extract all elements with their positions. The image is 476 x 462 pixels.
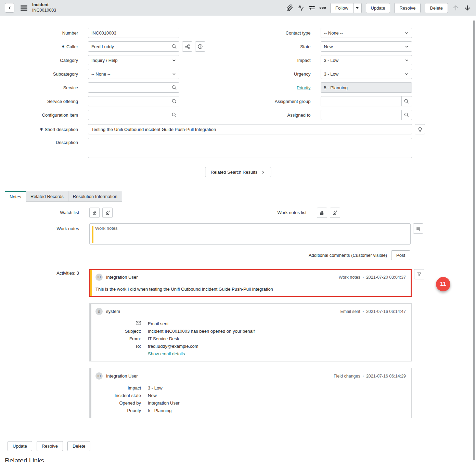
more-options-icon[interactable] bbox=[319, 4, 326, 11]
vertical-scrollbar[interactable] bbox=[473, 21, 475, 460]
avatar: IU bbox=[95, 372, 103, 380]
assignment-group-field-group bbox=[321, 96, 412, 106]
lightbulb-icon bbox=[417, 127, 423, 132]
page-title: Incident bbox=[32, 2, 56, 8]
assignment-group-lookup-button[interactable] bbox=[401, 96, 412, 106]
contact-type-label: Contact type bbox=[238, 30, 311, 36]
chevron-down-icon bbox=[172, 72, 176, 76]
tab-strip: Notes Related Records Resolution Informa… bbox=[5, 191, 471, 202]
service-offering-lookup-button[interactable] bbox=[169, 96, 179, 106]
activity-user: Integration User bbox=[106, 373, 138, 379]
update-button[interactable]: Update bbox=[366, 3, 390, 13]
work-notes-list-add-me-button[interactable] bbox=[330, 208, 340, 218]
service-field[interactable] bbox=[88, 83, 169, 92]
activity-stream-icon[interactable] bbox=[297, 4, 304, 11]
number-field[interactable] bbox=[88, 28, 179, 38]
follow-button[interactable]: Follow bbox=[330, 3, 353, 13]
avatar: IU bbox=[95, 274, 103, 281]
toggle-activity-stream-button[interactable] bbox=[413, 223, 423, 234]
chevron-left-icon bbox=[7, 5, 12, 10]
field-change-value: 3 - Low bbox=[148, 385, 163, 391]
post-button[interactable]: Post bbox=[391, 250, 410, 260]
assigned-to-field[interactable] bbox=[321, 110, 401, 120]
update-button-bottom[interactable]: Update bbox=[8, 441, 32, 451]
activity-user: system bbox=[106, 309, 120, 314]
personalize-form-icon[interactable] bbox=[308, 4, 315, 11]
show-email-details-link[interactable]: Show email details bbox=[148, 351, 185, 356]
subcategory-label: Subcategory bbox=[0, 71, 78, 77]
chevron-down-icon bbox=[172, 58, 176, 63]
meta-separator: • bbox=[363, 374, 364, 378]
info-icon bbox=[197, 44, 203, 49]
previous-record-icon[interactable] bbox=[452, 4, 460, 12]
service-field-group bbox=[88, 82, 179, 93]
short-description-field[interactable] bbox=[88, 124, 412, 134]
meta-separator: • bbox=[363, 310, 364, 313]
priority-field: 5 - Planning bbox=[321, 82, 412, 93]
lock-icon bbox=[92, 210, 97, 215]
resolve-button[interactable]: Resolve bbox=[394, 3, 421, 13]
caller-lookup-button[interactable] bbox=[169, 42, 179, 51]
email-from-label: From: bbox=[95, 336, 141, 341]
assigned-to-lookup-button[interactable] bbox=[401, 110, 412, 120]
follow-dropdown-button[interactable] bbox=[353, 3, 362, 13]
configuration-item-label: Configuration item bbox=[0, 113, 78, 118]
caller-hierarchy-button[interactable] bbox=[182, 41, 192, 52]
context-menu-icon[interactable] bbox=[19, 3, 29, 13]
email-from: IT Service Desk bbox=[148, 336, 179, 341]
field-change-value: Integration User bbox=[148, 400, 180, 406]
activity-filter-button[interactable] bbox=[414, 269, 424, 279]
assignment-group-field[interactable] bbox=[321, 96, 401, 106]
tab-resolution-information[interactable]: Resolution Information bbox=[68, 191, 122, 202]
category-select[interactable]: Inquiry / Help bbox=[88, 55, 179, 65]
suggestion-button[interactable] bbox=[415, 124, 425, 134]
configuration-item-lookup-button[interactable] bbox=[169, 110, 179, 120]
urgency-label: Urgency bbox=[238, 71, 311, 77]
subcategory-select[interactable]: -- None -- bbox=[88, 69, 179, 79]
work-notes-list-label: Work notes list bbox=[238, 208, 307, 218]
caller-field-group bbox=[88, 41, 179, 52]
configuration-item-field[interactable] bbox=[88, 110, 169, 120]
back-button[interactable] bbox=[5, 3, 14, 13]
state-select[interactable]: New bbox=[321, 41, 412, 52]
annotation-step-badge: 11 bbox=[436, 277, 450, 291]
tab-notes[interactable]: Notes bbox=[5, 191, 26, 202]
caller-preview-button[interactable] bbox=[195, 41, 205, 52]
next-record-icon[interactable] bbox=[464, 4, 471, 12]
work-notes-label: Work notes bbox=[5, 226, 79, 231]
email-subject: Incident INC0010003 has been opened on y… bbox=[148, 329, 255, 334]
delete-button[interactable]: Delete bbox=[425, 3, 448, 13]
service-offering-field-group bbox=[88, 96, 179, 106]
activity-entry-work-notes: IU Integration User Work notes • 2021-07… bbox=[89, 269, 412, 297]
search-icon bbox=[171, 98, 177, 104]
service-offering-field[interactable] bbox=[88, 96, 169, 106]
work-notes-list-unlock-button[interactable] bbox=[317, 208, 327, 218]
watch-list-add-me-button[interactable] bbox=[102, 208, 113, 218]
related-search-results-button[interactable]: Related Search Results bbox=[205, 167, 271, 177]
service-offering-label: Service offering bbox=[0, 99, 78, 104]
assigned-to-label: Assigned to bbox=[238, 113, 311, 118]
caller-field[interactable] bbox=[88, 42, 169, 51]
number-label: Number bbox=[0, 30, 78, 36]
activity-entry-field-changes: IU Integration User Field changes • 2021… bbox=[89, 368, 412, 418]
additional-comments-checkbox[interactable] bbox=[300, 253, 305, 258]
resolve-button-bottom[interactable]: Resolve bbox=[37, 441, 63, 451]
service-lookup-button[interactable] bbox=[169, 83, 179, 92]
urgency-select[interactable]: 3 - Low bbox=[321, 69, 412, 79]
delete-button-bottom[interactable]: Delete bbox=[67, 441, 91, 451]
contact-type-select[interactable]: -- None -- bbox=[321, 28, 412, 38]
configuration-item-field-group bbox=[88, 110, 179, 120]
activity-type: Email sent bbox=[340, 309, 360, 314]
description-field[interactable] bbox=[88, 138, 412, 158]
activity-body: This is the work I did when testing the … bbox=[95, 287, 406, 292]
watch-list-unlock-button[interactable] bbox=[89, 208, 100, 218]
attachment-icon[interactable] bbox=[286, 4, 293, 11]
filter-funnel-icon bbox=[417, 272, 422, 277]
category-label: Category bbox=[0, 58, 78, 63]
lock-icon bbox=[319, 210, 324, 215]
work-notes-field[interactable] bbox=[89, 223, 411, 245]
priority-link[interactable]: Priority bbox=[297, 85, 310, 90]
tab-related-records[interactable]: Related Records bbox=[26, 191, 68, 202]
email-subject-label: Subject: bbox=[95, 329, 141, 334]
impact-select[interactable]: 3 - Low bbox=[321, 55, 412, 65]
